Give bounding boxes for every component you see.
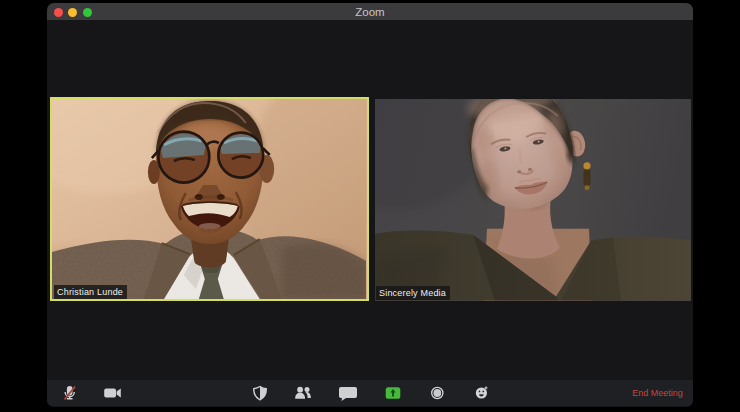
svg-text:End Meeting: End Meeting: [632, 388, 683, 398]
